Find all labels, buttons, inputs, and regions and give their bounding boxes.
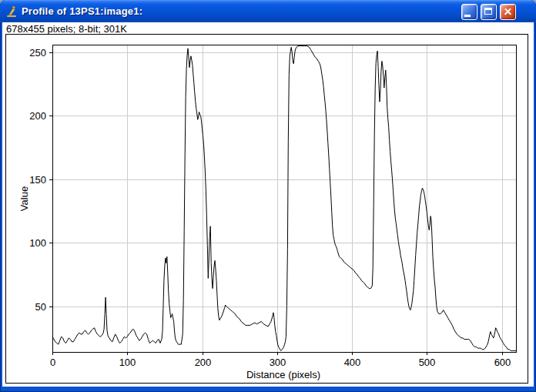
plot-frame [52,45,516,352]
minimize-button[interactable] [461,4,477,20]
info-bar: 678x455 pixels; 8-bit; 301K [6,23,530,34]
x-tick-label: 400 [344,357,361,368]
plot-canvas[interactable]: 010020030040050060050100150200250 Value … [5,34,528,384]
y-tick-label: 250 [29,47,46,59]
tick-labels: 010020030040050060050100150200250 [29,47,511,369]
profile-window: Profile of 13PS1:image1: 678x455 pixels;… [0,0,536,392]
close-button[interactable] [500,4,516,20]
imagej-microscope-icon [5,5,18,18]
profile-line [52,46,516,351]
y-tick-label: 150 [29,174,46,186]
window-title: Profile of 13PS1:image1: [22,5,142,17]
x-tick-label: 500 [419,357,436,368]
x-axis-label: Distance (pixels) [246,369,320,380]
y-tick-label: 50 [35,301,46,313]
x-tick-label: 300 [270,357,286,368]
grid-layer [52,45,516,352]
y-tick-label: 200 [29,110,46,122]
y-tick-label: 100 [29,237,46,249]
window-controls [461,4,516,20]
x-tick-label: 100 [119,357,136,368]
x-tick-label: 0 [50,357,55,368]
tick-layer [49,53,503,356]
x-tick-label: 600 [494,357,511,368]
maximize-icon [484,8,492,15]
close-icon [503,7,513,17]
profile-plot: 010020030040050060050100150200250 Value … [6,35,528,383]
maximize-button[interactable] [481,4,497,20]
y-axis-label: Value [18,186,30,211]
x-tick-label: 200 [195,357,212,368]
minimize-icon [464,15,471,17]
window-client-area: 678x455 pixels; 8-bit; 301K 010020030040… [2,22,534,387]
titlebar[interactable]: Profile of 13PS1:image1: [0,0,536,22]
